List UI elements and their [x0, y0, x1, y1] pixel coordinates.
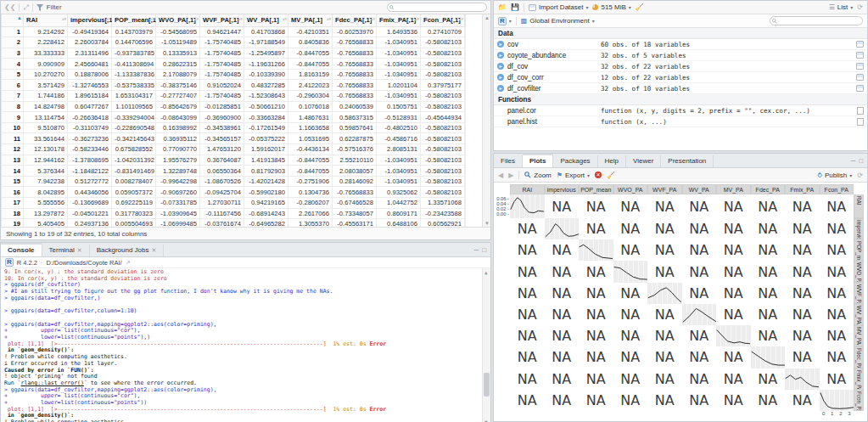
language-selector[interactable]: R▾ — [498, 17, 512, 25]
table-row[interactable]: 145.376344-1.18482122-0.8314914691.32289… — [2, 166, 466, 177]
table-row[interactable]: 1813.297872-0.045012210.317780323-1.0390… — [2, 208, 466, 219]
table-search-input[interactable] — [387, 3, 487, 12]
table-cell: 0.94621447 — [200, 26, 244, 37]
view-data-icon[interactable] — [856, 63, 864, 70]
environment-object-row[interactable]: ▸df_covfilter32 obs. of 10 variables — [494, 83, 867, 94]
table-row[interactable]: 49.0909092.45660481-0.4113086940.2862231… — [2, 59, 466, 70]
table-row[interactable]: 71.7441861.896151841.653104317-0.2772740… — [2, 91, 466, 102]
table-row[interactable]: 1312.944162-1.37808695-1.0420313921.9557… — [2, 155, 466, 166]
column-header[interactable]: Fcon_PA[,1]▴▾ — [421, 14, 465, 26]
column-header[interactable]: Fmix_PA[,1]▴▾ — [377, 14, 421, 26]
refresh-icon[interactable]: ⟳ — [857, 172, 863, 179]
table-row[interactable]: 195.4054050.249371360.005504693-1.069994… — [2, 219, 466, 227]
expand-object-icon[interactable]: ▸ — [497, 85, 504, 92]
table-row[interactable]: 109.510870-0.31103749-0.2286905480.16398… — [2, 122, 466, 133]
console-scrollbar[interactable]: ▲▼ — [482, 268, 490, 422]
next-plot-icon[interactable]: ▶ — [508, 172, 513, 179]
tab-presentation[interactable]: Presentation — [661, 155, 714, 167]
expand-object-icon[interactable]: ▸ — [497, 74, 504, 81]
zoom-plot-button[interactable]: Zoom — [524, 172, 551, 179]
tab-console[interactable]: Console — [1, 243, 42, 256]
view-data-icon[interactable] — [856, 74, 864, 81]
column-header[interactable]: WV_PA[,1]▴▾ — [244, 14, 288, 26]
object-name: df_covfilter — [507, 85, 601, 93]
memory-usage-button[interactable]: 515 MiB▾ — [592, 3, 630, 11]
table-row[interactable]: 157.9422380.512727720.008278407-0.996422… — [2, 176, 466, 187]
column-header[interactable]: WVO_PA[,1]▴▾ — [156, 14, 200, 26]
table-row[interactable]: 19.214292-0.494193640.143703979-0.545680… — [2, 26, 466, 37]
table-cell: -0.58082103 — [421, 48, 465, 59]
table-row[interactable]: 1133.561644-0.36273236-0.3421456430.3693… — [2, 133, 466, 144]
tab-viewer[interactable]: Viewer — [626, 155, 661, 167]
environment-object-row[interactable]: ▸coyote_abundance32 obs. of 5 variables — [494, 50, 867, 61]
close-icon[interactable]: ✕ — [77, 247, 82, 254]
column-header[interactable]: Fdec_PA[,1]▴▾ — [333, 14, 377, 26]
maximize-icon[interactable]: □ — [859, 157, 863, 165]
working-directory[interactable]: D:/Downloads/Coyote RAI/ — [46, 259, 121, 267]
table-row[interactable]: 510.2702700.18878006-1.1333878362.170880… — [2, 69, 466, 80]
tab-terminal[interactable]: Terminal✕ — [42, 245, 90, 256]
publish-button[interactable]: ⥁ Publish▾ — [818, 172, 853, 179]
sort-ascending-icon[interactable]: ▲ — [17, 15, 22, 20]
r-logo-icon: R — [5, 258, 14, 267]
clear-environment-icon[interactable]: 🧹 — [636, 3, 644, 11]
environment-object-row[interactable]: panel.histfunction (x, ...) — [494, 116, 867, 127]
back-icon[interactable]: ❮❮ — [4, 3, 15, 11]
column-header[interactable]: RAI▴▾ — [24, 14, 68, 26]
x-axis-ticks — [613, 411, 648, 419]
save-workspace-icon[interactable]: 💾 — [511, 3, 519, 11]
tab-background-jobs[interactable]: Background Jobs✕ — [90, 245, 165, 256]
export-plot-button[interactable]: ⚑ Export▾ — [557, 172, 590, 179]
list-view-button[interactable]: ☰ List▾ — [829, 3, 854, 11]
tab-files[interactable]: Files — [494, 155, 523, 167]
table-row[interactable]: 168.0428950.443460560.059057372-0.906972… — [2, 187, 466, 198]
column-header[interactable]: impervious[,1]▴▾ — [68, 14, 112, 26]
expand-object-icon[interactable]: ▸ — [497, 41, 504, 48]
data-table-header[interactable]: ▲RAI▴▾impervious[,1]▴▾POP_mean[,1]▴▾WVO_… — [2, 14, 466, 26]
environment-scope-bar: R▾ ▩ Global Environment▾ — [494, 14, 867, 28]
filter-button[interactable]: Filter — [47, 3, 62, 11]
popout-icon[interactable]: ⤢ — [23, 3, 28, 12]
view-function-icon[interactable] — [857, 107, 864, 115]
table-scrollbar[interactable]: ▲▼ — [482, 14, 490, 227]
clear-plots-icon[interactable]: 🧹 — [607, 172, 615, 179]
remove-plot-icon[interactable]: ✕ — [595, 172, 602, 178]
column-header[interactable]: WVF_PA[,1]▴▾ — [200, 14, 244, 26]
expand-object-icon[interactable]: ▸ — [497, 63, 504, 70]
table-row[interactable]: 814.8247980.604772671.101109565-0.856426… — [2, 101, 466, 112]
column-header[interactable]: POP_mean[,1]▴▾ — [112, 14, 156, 26]
environment-object-row[interactable]: panel.corfunction (x, y, digits = 2, pre… — [494, 105, 867, 116]
table-row[interactable]: 1212.130178-0.582334460.6758285520.77090… — [2, 144, 466, 155]
view-data-icon[interactable] — [856, 52, 864, 59]
expand-object-icon[interactable]: ▸ — [497, 52, 504, 59]
minimize-icon[interactable]: ─ — [473, 246, 479, 254]
table-row[interactable]: 63.571429-1.32746553-0.537538335-0.38375… — [2, 80, 466, 91]
environment-object-row[interactable]: ▸cov60 obs. of 18 variables — [494, 39, 867, 50]
tab-help[interactable]: Help — [598, 155, 626, 167]
tab-plots[interactable]: Plots — [523, 154, 554, 167]
view-data-icon[interactable] — [856, 41, 864, 48]
environment-object-row[interactable]: ▸df_cov_corr12 obs. of 22 variables — [494, 72, 867, 83]
load-workspace-icon[interactable]: 📁 — [498, 3, 507, 11]
close-icon[interactable]: ✕ — [152, 247, 157, 254]
maximize-icon[interactable]: □ — [482, 246, 486, 254]
view-data-icon[interactable] — [856, 85, 864, 92]
view-function-icon[interactable] — [857, 118, 864, 126]
table-row[interactable]: 22.2284122.260037840.144706596-1.0511948… — [2, 37, 466, 48]
tab-packages[interactable]: Packages — [553, 155, 597, 167]
column-header[interactable]: MV_PA[,1]▴▾ — [288, 14, 333, 26]
open-folder-icon[interactable]: ↗ — [126, 259, 131, 267]
table-row[interactable]: 913.114754-0.26636418-0.339294004-0.0864… — [2, 112, 466, 123]
environment-object-row[interactable]: ▸df_cov32 obs. of 22 variables — [494, 61, 867, 72]
environment-selector[interactable]: ▩ Global Environment▾ — [521, 17, 595, 25]
console-output[interactable]: 9: In cor(x, y) : the standard deviation… — [1, 268, 490, 422]
table-row[interactable]: 333.3333332.31311496-0.9373837850.133359… — [2, 48, 466, 59]
previous-plot-icon[interactable]: ◀ — [498, 172, 503, 179]
table-cell: 9.510870 — [24, 122, 68, 133]
refresh-icon[interactable]: ⟳ — [857, 3, 863, 11]
minimize-icon[interactable]: ─ — [850, 157, 855, 165]
environment-search-input[interactable] — [770, 16, 863, 25]
import-dataset-button[interactable]: Import Dataset▾ — [529, 3, 588, 11]
table-row[interactable]: 175.555556-0.136696890.692225119-0.07331… — [2, 198, 466, 209]
r-version[interactable]: R 4.2.2 — [17, 259, 37, 267]
